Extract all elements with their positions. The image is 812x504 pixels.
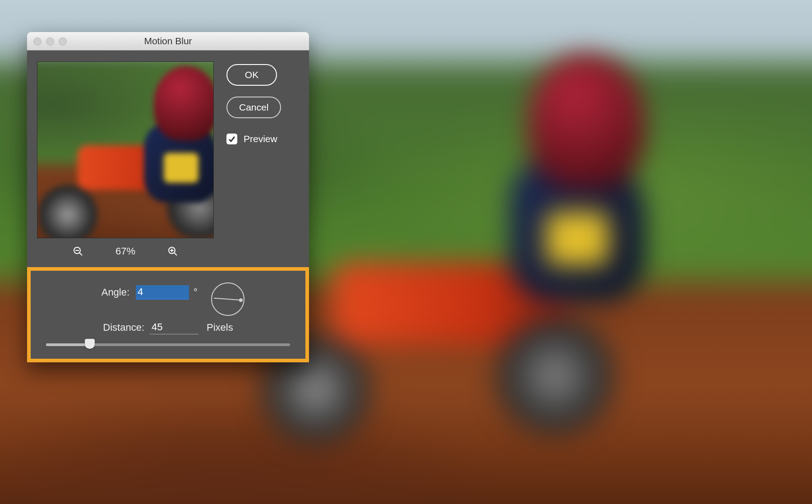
check-icon (228, 135, 235, 143)
cancel-button[interactable]: Cancel (226, 97, 281, 118)
distance-unit: Pixels (207, 322, 233, 333)
preview-thumbnail[interactable] (37, 61, 214, 238)
distance-slider[interactable] (46, 343, 290, 346)
angle-label: Angle: (92, 287, 129, 298)
angle-dial-icon[interactable] (211, 282, 245, 316)
preview-checkbox-label: Preview (244, 134, 277, 144)
motion-blur-dialog: Motion Blur (27, 32, 309, 362)
zoom-out-icon[interactable] (72, 245, 84, 257)
window-traffic-lights (33, 37, 67, 46)
angle-unit: ° (194, 287, 198, 298)
subject-rider (447, 40, 726, 392)
parameters-highlight-region: Angle: ° Distance: Pixels (27, 267, 309, 362)
minimize-icon[interactable] (46, 37, 54, 46)
distance-slider-thumb[interactable] (85, 339, 95, 349)
close-icon[interactable] (33, 37, 42, 46)
zoom-level-label: 67% (115, 245, 135, 257)
dialog-titlebar[interactable]: Motion Blur (27, 32, 309, 51)
distance-input[interactable] (150, 320, 198, 334)
dialog-title: Motion Blur (144, 36, 192, 46)
zoom-in-icon[interactable] (167, 245, 179, 257)
svg-line-1 (79, 253, 82, 255)
svg-line-4 (174, 253, 177, 255)
maximize-icon[interactable] (59, 37, 67, 46)
angle-input[interactable] (136, 285, 189, 300)
distance-label: Distance: (103, 322, 144, 333)
ok-button[interactable]: OK (226, 64, 277, 86)
preview-checkbox[interactable] (226, 134, 237, 144)
